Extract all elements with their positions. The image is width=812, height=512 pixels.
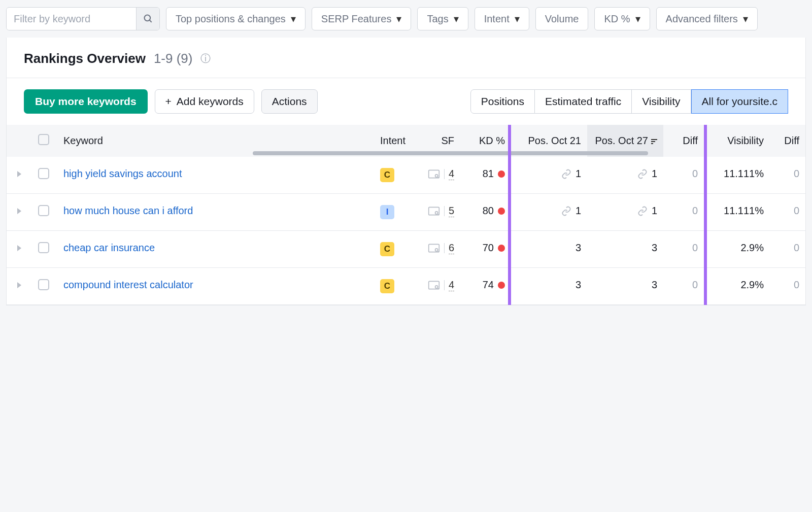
sf-cell[interactable]: 6 xyxy=(428,242,454,254)
filter-top-positions[interactable]: Top positions & changes▾ xyxy=(166,7,306,30)
kd-dot-icon xyxy=(498,282,505,289)
kd-cell: 74 xyxy=(483,279,505,291)
intent-badge: I xyxy=(380,205,394,219)
kd-cell: 81 xyxy=(483,168,505,180)
row-checkbox[interactable] xyxy=(38,205,49,216)
svg-line-7 xyxy=(438,214,439,215)
visibility-cell: 2.9% xyxy=(704,231,770,268)
sf-cell[interactable]: 5 xyxy=(428,205,454,217)
svg-line-13 xyxy=(438,288,439,289)
svg-line-10 xyxy=(438,251,439,252)
expand-row-icon[interactable] xyxy=(17,282,21,288)
keyword-link[interactable]: how much house can i afford xyxy=(63,205,193,216)
filter-intent[interactable]: Intent▾ xyxy=(475,7,529,30)
col-visibility[interactable]: Visibility xyxy=(704,125,770,157)
kd-dot-icon xyxy=(498,245,505,252)
row-checkbox[interactable] xyxy=(38,168,49,179)
row-checkbox[interactable] xyxy=(38,242,49,253)
col-diff2[interactable]: Diff xyxy=(770,125,805,157)
chevron-down-icon: ▾ xyxy=(743,13,748,25)
pos1-cell: 1 xyxy=(511,157,587,194)
table-wrap[interactable]: Keyword Intent SF KD % Pos. Oct 21 Pos. … xyxy=(7,125,805,305)
filter-keyword-wrap xyxy=(6,7,160,30)
visibility-cell: 2.9% xyxy=(704,268,770,305)
sf-cell[interactable]: 4 xyxy=(428,168,454,180)
svg-point-6 xyxy=(435,212,437,214)
diff-cell: 0 xyxy=(692,168,698,179)
chevron-down-icon: ▾ xyxy=(396,13,401,25)
diff-cell: 0 xyxy=(692,242,698,253)
expand-row-icon[interactable] xyxy=(17,245,21,251)
action-bar: Buy more keywords +Add keywords Actions … xyxy=(7,78,805,125)
link-icon: 1 xyxy=(561,168,581,180)
sort-icon xyxy=(651,139,657,144)
tab-traffic[interactable]: Estimated traffic xyxy=(535,89,632,114)
main-card: Rankings Overview 1-9 (9) ⓘ Buy more key… xyxy=(6,38,806,305)
filter-search-button[interactable] xyxy=(136,8,159,30)
chevron-down-icon: ▾ xyxy=(454,13,459,25)
select-all-checkbox[interactable] xyxy=(38,134,49,145)
col-expand xyxy=(7,125,32,157)
svg-point-12 xyxy=(435,286,437,288)
pos2-cell: 1 xyxy=(587,194,663,231)
kd-dot-icon xyxy=(498,170,505,178)
info-icon[interactable]: ⓘ xyxy=(200,52,211,65)
horizontal-scrollbar[interactable] xyxy=(253,151,648,155)
add-keywords-button[interactable]: +Add keywords xyxy=(155,89,254,114)
diff2-cell: 0 xyxy=(794,168,799,179)
table-row: cheap car insurance C 6 70 3 3 0 2.9% 0 xyxy=(7,231,805,268)
diff-cell: 0 xyxy=(692,205,698,216)
kd-dot-icon xyxy=(498,208,505,215)
card-header: Rankings Overview 1-9 (9) ⓘ xyxy=(7,38,805,78)
expand-row-icon[interactable] xyxy=(17,208,21,214)
page-title: Rankings Overview xyxy=(24,51,146,66)
svg-point-0 xyxy=(144,15,150,21)
col-check xyxy=(32,125,57,157)
actions-button[interactable]: Actions xyxy=(261,89,318,114)
link-icon: 1 xyxy=(637,205,657,217)
keyword-link[interactable]: high yield savings account xyxy=(63,168,182,179)
intent-badge: C xyxy=(380,279,394,293)
pos1-cell: 1 xyxy=(511,194,587,231)
chevron-down-icon: ▾ xyxy=(635,13,640,25)
search-icon xyxy=(143,14,153,24)
link-icon: 1 xyxy=(561,205,581,217)
pos2-cell: 3 xyxy=(587,231,663,268)
intent-badge: C xyxy=(380,168,394,182)
col-diff[interactable]: Diff xyxy=(663,125,704,157)
page-range: 1-9 (9) xyxy=(154,51,193,66)
filter-volume[interactable]: Volume xyxy=(535,7,589,30)
view-tabs: Positions Estimated traffic Visibility A… xyxy=(470,89,788,114)
visibility-cell: 11.111% xyxy=(704,194,770,231)
pos2-cell: 3 xyxy=(587,268,663,305)
diff2-cell: 0 xyxy=(794,279,799,290)
filter-tags[interactable]: Tags▾ xyxy=(417,7,468,30)
keyword-link[interactable]: cheap car insurance xyxy=(63,242,155,253)
svg-point-3 xyxy=(435,175,437,177)
buy-keywords-button[interactable]: Buy more keywords xyxy=(24,89,148,114)
filter-advanced[interactable]: Advanced filters▾ xyxy=(656,7,758,30)
filter-keyword-input[interactable] xyxy=(7,8,136,30)
intent-badge: C xyxy=(380,242,394,256)
filter-bar: Top positions & changes▾ SERP Features▾ … xyxy=(0,0,812,38)
link-icon: 1 xyxy=(637,168,657,180)
svg-line-4 xyxy=(438,177,439,178)
svg-point-9 xyxy=(435,249,437,251)
pos2-cell: 1 xyxy=(587,157,663,194)
tab-visibility[interactable]: Visibility xyxy=(632,89,691,114)
pos1-cell: 3 xyxy=(511,268,587,305)
kd-cell: 70 xyxy=(483,242,505,254)
chevron-down-icon: ▾ xyxy=(291,13,296,25)
chevron-down-icon: ▾ xyxy=(515,13,520,25)
filter-kd[interactable]: KD %▾ xyxy=(594,7,650,30)
tab-all[interactable]: All for yoursite.c xyxy=(691,89,788,114)
diff-cell: 0 xyxy=(692,279,698,290)
filter-serp-features[interactable]: SERP Features▾ xyxy=(312,7,412,30)
expand-row-icon[interactable] xyxy=(17,171,21,177)
row-checkbox[interactable] xyxy=(38,279,49,290)
pos1-cell: 3 xyxy=(511,231,587,268)
keyword-link[interactable]: compound interest calculator xyxy=(63,279,193,290)
tab-positions[interactable]: Positions xyxy=(470,89,535,114)
sf-cell[interactable]: 4 xyxy=(428,279,454,291)
diff2-cell: 0 xyxy=(794,205,799,216)
